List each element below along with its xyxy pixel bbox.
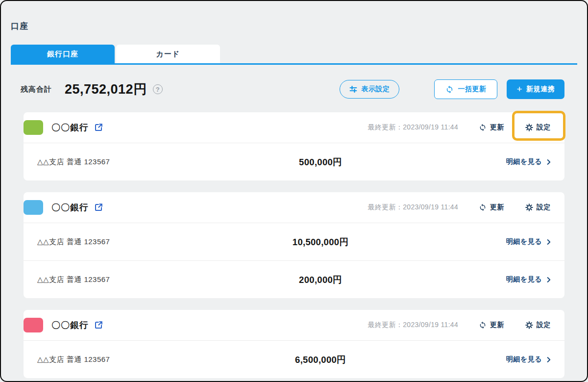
balance-summary-row: 残高合計 25,752,012円 ? 表示設定 一括更新 + 新規連携 [21,79,564,99]
account-row: △△支店 普通 123567 6,500,000円 明細を見る [24,340,564,378]
sliders-icon [349,85,357,93]
view-details-link[interactable]: 明細を見る [506,355,551,364]
page-title: 口座 [11,21,577,32]
update-button[interactable]: 更新 [479,203,504,212]
account-card-header: 〇〇銀行 最終更新：2023/09/19 11:44 更新 設定 [24,310,564,340]
account-card: 〇〇銀行 最終更新：2023/09/19 11:44 更新 設定 [24,192,564,298]
refresh-icon [479,204,487,211]
account-balance: 10,500,000円 [214,236,427,248]
bulk-update-button[interactable]: 一括更新 [434,79,497,99]
bank-color-tag [24,200,43,215]
tab-label: 銀行口座 [47,50,78,59]
branch-info: △△支店 普通 123567 [37,275,214,284]
balance-total-amount: 25,752,012円 [65,80,147,98]
view-details-link[interactable]: 明細を見る [506,157,551,166]
bank-name: 〇〇銀行 [51,319,89,331]
branch-info: △△支店 普通 123567 [37,157,214,167]
last-updated-text: 最終更新：2023/09/19 11:44 [368,123,458,132]
refresh-icon [479,124,487,131]
tab-cards[interactable]: カード [116,45,220,63]
bank-name: 〇〇銀行 [51,202,89,213]
account-row: △△支店 普通 123567 500,000円 明細を見る [24,143,564,180]
account-card-list: 〇〇銀行 最終更新：2023/09/19 11:44 更新 設定 [24,112,564,378]
account-card: 〇〇銀行 最終更新：2023/09/19 11:44 更新 設定 [24,310,564,378]
accounts-page: 口座 銀行口座 カード 残高合計 25,752,012円 ? 表示設定 一括更新… [1,21,587,378]
settings-button[interactable]: 設定 [525,203,551,212]
gear-icon [525,321,533,329]
external-link-icon[interactable] [94,123,103,132]
update-button[interactable]: 更新 [479,321,504,330]
chevron-right-icon [547,239,551,245]
view-details-link[interactable]: 明細を見る [506,237,551,246]
account-balance: 500,000円 [214,156,427,168]
external-link-icon[interactable] [94,320,103,330]
tab-bank-accounts[interactable]: 銀行口座 [11,45,115,63]
settings-button[interactable]: 設定 [525,321,551,330]
settings-button[interactable]: 設定 [525,123,551,132]
gear-icon [525,204,533,211]
account-balance: 200,000円 [214,274,427,286]
account-balance: 6,500,000円 [214,354,427,366]
gear-icon [525,124,533,131]
update-button[interactable]: 更新 [479,123,504,132]
last-updated-text: 最終更新：2023/09/19 11:44 [368,321,458,330]
external-link-icon[interactable] [94,203,103,212]
new-link-label: 新規連携 [526,85,555,94]
chevron-right-icon [547,159,551,165]
bulk-update-label: 一括更新 [458,85,486,94]
chevron-right-icon [547,277,551,283]
account-card-header: 〇〇銀行 最終更新：2023/09/19 11:44 更新 設定 [24,112,564,143]
branch-info: △△支店 普通 123567 [37,237,214,247]
tab-label: カード [156,50,180,59]
account-card-header: 〇〇銀行 最終更新：2023/09/19 11:44 更新 設定 [24,192,564,223]
bank-name: 〇〇銀行 [51,122,89,133]
chevron-right-icon [547,357,551,363]
refresh-icon [479,321,487,329]
display-settings-button[interactable]: 表示設定 [340,80,399,99]
tab-bar: 銀行口座 カード [11,45,577,65]
branch-info: △△支店 普通 123567 [37,355,214,364]
toolbar: 表示設定 一括更新 + 新規連携 [340,79,564,99]
new-link-button[interactable]: + 新規連携 [507,79,564,99]
account-card: 〇〇銀行 最終更新：2023/09/19 11:44 更新 設定 [24,112,564,180]
bank-color-tag [24,318,43,332]
balance-total-label: 残高合計 [21,85,52,94]
refresh-icon [445,85,454,94]
account-row: △△支店 普通 123567 200,000円 明細を見る [24,260,564,298]
bank-color-tag [24,120,43,135]
view-details-link[interactable]: 明細を見る [506,275,551,284]
last-updated-text: 最終更新：2023/09/19 11:44 [368,203,458,212]
display-settings-label: 表示設定 [361,85,390,94]
question-circle-icon[interactable]: ? [153,84,163,94]
plus-icon: + [516,84,522,94]
account-row: △△支店 普通 123567 10,500,000円 明細を見る [24,223,564,260]
